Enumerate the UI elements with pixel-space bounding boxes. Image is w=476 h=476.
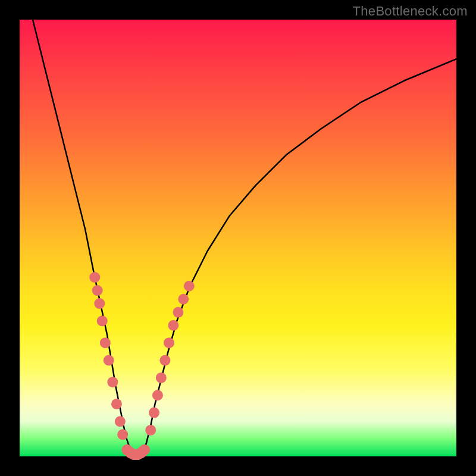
marker-dot <box>100 337 111 348</box>
marker-dot <box>145 425 156 436</box>
marker-dot <box>152 390 163 400</box>
plot-area <box>20 20 456 456</box>
marker-dot <box>168 320 178 331</box>
marker-dot <box>111 399 122 409</box>
marker-dot <box>164 337 174 348</box>
marker-dot <box>178 294 189 305</box>
marker-dot <box>107 377 118 387</box>
marker-dot <box>89 272 100 283</box>
marker-dot <box>184 281 195 292</box>
marker-dot <box>115 416 126 427</box>
marker-dot <box>156 372 167 383</box>
marker-dot <box>97 315 108 326</box>
marker-dot <box>139 444 150 455</box>
watermark-text: TheBottleneck.com <box>353 4 468 19</box>
series-right-branch <box>143 59 456 454</box>
marker-dot <box>94 298 105 309</box>
outer-frame: TheBottleneck.com <box>0 0 476 476</box>
marker-dot <box>149 408 159 418</box>
marker-dot <box>104 355 114 366</box>
marker-dot <box>173 307 183 318</box>
marker-dot <box>117 429 128 440</box>
marker-dot <box>159 355 170 366</box>
marker-dots <box>89 272 195 460</box>
marker-dot <box>92 285 103 296</box>
series-left-branch <box>33 20 132 454</box>
curve-lines <box>33 20 456 456</box>
chart-svg <box>20 20 456 456</box>
